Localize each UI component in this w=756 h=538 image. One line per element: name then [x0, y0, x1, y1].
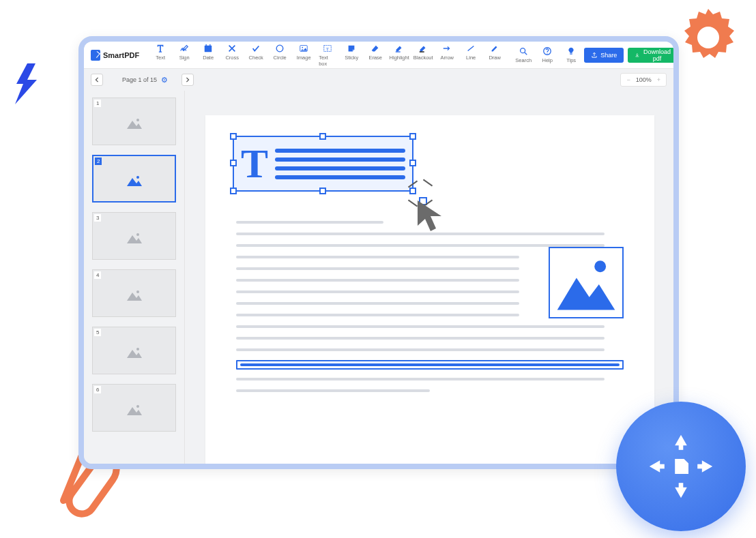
sign-icon [179, 44, 189, 53]
svg-point-31 [136, 348, 139, 350]
tool-arrow[interactable]: Arrow [438, 44, 456, 67]
tool-textbox[interactable]: T Text box [319, 44, 336, 67]
tool-highlight[interactable]: Highlight [390, 44, 408, 67]
thumbnail-page-1[interactable]: 1 [92, 98, 176, 145]
svg-text:T: T [326, 46, 330, 51]
textbox-icon: T [323, 44, 332, 53]
svg-marker-32 [127, 350, 142, 358]
tool-sticky[interactable]: Sticky [343, 44, 360, 67]
image-icon [299, 44, 308, 53]
brand-logo-icon [91, 50, 100, 61]
chevron-left-icon [94, 77, 100, 83]
svg-rect-20 [420, 51, 424, 52]
svg-point-21 [521, 48, 525, 53]
mouse-cursor-icon [416, 198, 447, 236]
main-area: 1 2 3 4 5 6 [84, 91, 673, 464]
resize-handle-tm[interactable] [319, 133, 326, 140]
placeholder-image-icon [126, 117, 143, 130]
tool-tips[interactable]: Tips [562, 46, 580, 63]
svg-point-27 [136, 233, 139, 236]
chevron-right-icon [185, 77, 190, 83]
tool-search[interactable]: Search [514, 46, 532, 63]
tool-blackout[interactable]: Blackout [414, 44, 432, 67]
zoom-out-button[interactable]: − [626, 76, 630, 83]
svg-point-33 [136, 405, 139, 408]
tool-help[interactable]: Help [538, 46, 556, 63]
next-page-button[interactable] [181, 74, 194, 86]
upload-icon [591, 52, 598, 59]
resize-handle-bl[interactable] [230, 188, 237, 194]
blackout-icon [418, 44, 428, 53]
gear-icon[interactable]: ⚙ [161, 76, 168, 85]
thumb-number: 3 [94, 214, 101, 222]
sticky-icon [347, 44, 356, 53]
placeholder-image-icon [126, 346, 143, 359]
svg-marker-37 [557, 278, 615, 310]
help-tools-group: Search Help Tips [514, 46, 580, 63]
svg-point-16 [302, 46, 304, 48]
thumbnail-page-4[interactable]: 4 [92, 269, 176, 317]
share-button[interactable]: Share [584, 48, 624, 63]
line-icon [466, 44, 476, 53]
thumbnail-page-2[interactable]: 2 [92, 155, 176, 203]
document-page[interactable]: T [205, 115, 654, 464]
highlight-icon [394, 44, 404, 53]
decor-bolt-icon [12, 63, 40, 104]
svg-marker-24 [127, 121, 142, 129]
thumb-number: 1 [94, 100, 101, 107]
placeholder-image-icon [126, 174, 143, 188]
svg-point-0 [697, 27, 719, 48]
svg-rect-13 [209, 44, 210, 46]
tool-circle[interactable]: Circle [271, 44, 289, 67]
draw-icon [490, 44, 499, 53]
resize-handle-bm[interactable] [319, 188, 326, 194]
tool-sign[interactable]: Sign [175, 44, 193, 67]
tool-erase[interactable]: Erase [366, 44, 384, 67]
tool-line[interactable]: Line [462, 44, 480, 67]
brand-name: SmartPDF [103, 51, 139, 59]
svg-marker-26 [127, 178, 142, 186]
page-indicator: Page 1 of 15 ⚙ [122, 76, 168, 85]
resize-handle-br[interactable] [409, 188, 416, 194]
svg-rect-7 [657, 464, 665, 469]
thumbnail-page-6[interactable]: 6 [92, 384, 176, 432]
cross-icon [227, 44, 237, 53]
placeholder-image-icon [126, 231, 143, 245]
svg-rect-12 [206, 44, 207, 46]
subbar: Page 1 of 15 ⚙ − 100% + [84, 69, 673, 91]
topbar: SmartPDF Text Sign Date Cross Check [84, 42, 673, 69]
resize-handle-mr[interactable] [409, 160, 416, 166]
selected-textbox[interactable]: T [233, 136, 413, 192]
tool-text[interactable]: Text [151, 44, 169, 67]
download-button[interactable]: Download pdf [628, 48, 678, 63]
thumb-number: 5 [94, 329, 101, 336]
svg-point-23 [136, 119, 139, 121]
svg-rect-5 [679, 483, 684, 490]
textbox-lines [275, 149, 405, 179]
zoom-label: 100% [636, 76, 652, 83]
svg-marker-30 [127, 293, 142, 301]
check-icon [251, 44, 261, 53]
tool-cross[interactable]: Cross [223, 44, 241, 67]
thumbnail-page-5[interactable]: 5 [92, 327, 176, 374]
placeholder-image-icon [126, 403, 143, 417]
app-window: SmartPDF Text Sign Date Cross Check [78, 36, 679, 469]
inline-image-frame[interactable] [549, 247, 624, 318]
svg-marker-28 [127, 235, 142, 243]
svg-marker-1 [15, 63, 37, 104]
svg-marker-35 [418, 200, 441, 231]
resize-handle-ml[interactable] [230, 160, 237, 166]
tool-draw[interactable]: Draw [486, 44, 504, 67]
search-icon [519, 46, 528, 56]
highlighted-line[interactable] [236, 360, 624, 370]
resize-handle-tl[interactable] [230, 133, 237, 140]
zoom-in-button[interactable]: + [657, 76, 660, 83]
svg-rect-3 [679, 443, 684, 450]
tool-check[interactable]: Check [247, 44, 265, 67]
tool-date[interactable]: Date [199, 44, 217, 67]
tool-image[interactable]: Image [295, 44, 312, 67]
resize-handle-tr[interactable] [409, 133, 416, 140]
thumbnail-page-3[interactable]: 3 [92, 212, 176, 260]
floating-compress-button[interactable] [616, 402, 746, 531]
prev-page-button[interactable] [91, 74, 103, 86]
